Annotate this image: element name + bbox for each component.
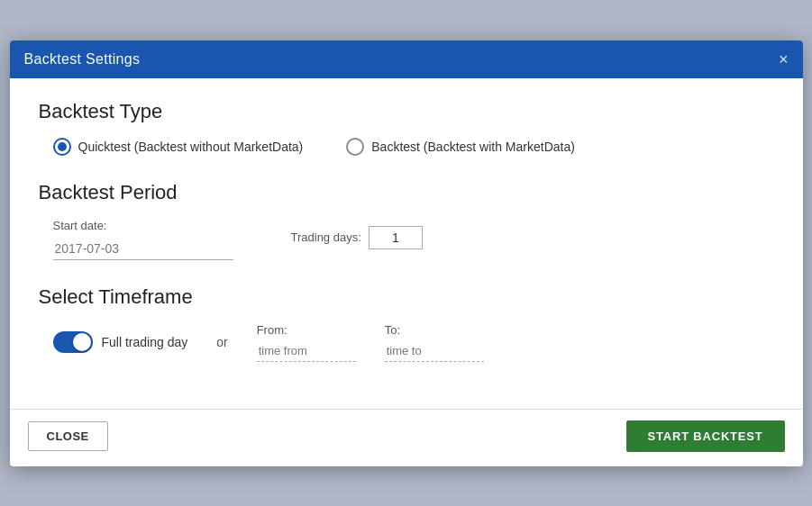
start-date-input[interactable]: [53, 238, 233, 260]
to-field: To:: [385, 323, 484, 362]
close-icon[interactable]: ×: [779, 51, 789, 68]
start-backtest-button[interactable]: START BACKTEST: [626, 420, 785, 452]
trading-days-group: Trading days:: [291, 226, 423, 249]
radio-option-backtest[interactable]: Backtest (Backtest with MarketData): [346, 138, 575, 156]
to-label: To:: [385, 323, 484, 337]
backtest-period-title: Backtest Period: [39, 181, 774, 204]
dialog-body: Backtest Type Quicktest (Backtest withou…: [10, 78, 803, 402]
radio-backtest-label: Backtest (Backtest with MarketData): [371, 140, 575, 154]
dialog-footer: CLOSE START BACKTEST: [10, 409, 803, 466]
to-time-input[interactable]: [385, 340, 484, 362]
toggle-wrapper: Full trading day: [53, 331, 188, 353]
timeframe-row: Full trading day or From: To:: [39, 323, 774, 362]
from-time-input[interactable]: [257, 340, 356, 362]
backtest-settings-dialog: Backtest Settings × Backtest Type Quickt…: [10, 41, 803, 466]
radio-backtest-circle: [346, 138, 364, 156]
start-date-label: Start date:: [53, 219, 233, 232]
radio-quicktest-label: Quicktest (Backtest without MarketData): [78, 140, 304, 154]
backtest-type-section: Backtest Type Quicktest (Backtest withou…: [39, 100, 774, 156]
toggle-label: Full trading day: [102, 335, 188, 349]
start-date-group: Start date:: [53, 219, 233, 260]
period-row: Start date: Trading days:: [39, 219, 774, 260]
from-field: From:: [257, 323, 356, 362]
or-text: or: [216, 335, 227, 349]
backtest-type-title: Backtest Type: [39, 100, 774, 123]
radio-quicktest-circle: [53, 138, 71, 156]
radio-option-quicktest[interactable]: Quicktest (Backtest without MarketData): [53, 138, 304, 156]
trading-days-input[interactable]: [369, 226, 423, 249]
select-timeframe-section: Select Timeframe Full trading day or Fro…: [39, 285, 774, 362]
close-button[interactable]: CLOSE: [28, 421, 108, 451]
backtest-period-section: Backtest Period Start date: Trading days…: [39, 181, 774, 260]
select-timeframe-title: Select Timeframe: [39, 285, 774, 309]
from-to-group: From: To:: [257, 323, 484, 362]
dialog-title: Backtest Settings: [24, 51, 141, 68]
radio-row: Quicktest (Backtest without MarketData) …: [39, 138, 774, 156]
full-trading-day-toggle[interactable]: [53, 331, 93, 353]
dialog-header: Backtest Settings ×: [10, 41, 803, 78]
toggle-knob: [73, 333, 91, 351]
from-label: From:: [257, 323, 356, 337]
trading-days-label: Trading days:: [291, 230, 361, 244]
